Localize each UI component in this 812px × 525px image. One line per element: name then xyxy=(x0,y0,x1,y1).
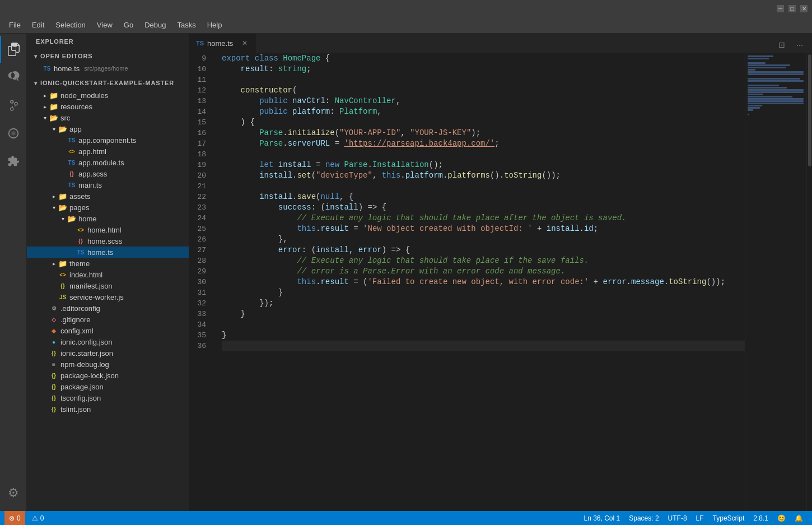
config-xml[interactable]: ◈config.xml xyxy=(27,325,189,336)
app-module-ts-icon: TS xyxy=(67,158,76,167)
tab-close-button[interactable]: ✕ xyxy=(240,39,249,48)
tsconfig-json[interactable]: {}tsconfig.json xyxy=(27,392,189,403)
indentation[interactable]: Spaces: 2 xyxy=(624,511,663,525)
encoding-status[interactable]: UTF-8 xyxy=(664,511,692,525)
code-line-18 xyxy=(222,149,745,160)
manifest-json-icon: {} xyxy=(58,281,67,290)
line-number-13: 13 xyxy=(189,96,213,106)
npm-debug-log[interactable]: ≡npm-debug.log xyxy=(27,359,189,370)
app-module-ts[interactable]: TSapp.module.ts xyxy=(27,157,189,168)
app-html[interactable]: <>app.html xyxy=(27,146,189,157)
editorconfig[interactable]: ⚙.editorconfig xyxy=(27,303,189,314)
feedback-button[interactable]: 😊 xyxy=(773,511,790,525)
code-line-24: // Execute any logic that should take pl… xyxy=(222,213,745,224)
tslint-json[interactable]: {}tslint.json xyxy=(27,403,189,415)
theme[interactable]: ▸📁theme xyxy=(27,258,189,269)
resources[interactable]: ▸📁resources xyxy=(27,101,189,112)
code-line-20: install.set("deviceType", this.platform.… xyxy=(222,170,745,181)
ionic-starter-json[interactable]: {}ionic.starter.json xyxy=(27,347,189,359)
version-status[interactable]: 2.8.1 xyxy=(749,511,773,525)
minimap-line xyxy=(748,105,762,106)
warnings-status[interactable]: ⚠ 0 xyxy=(27,511,49,525)
split-editor-button[interactable]: ⊡ xyxy=(774,37,790,53)
notifications-button[interactable]: 🔔 xyxy=(790,511,808,525)
errors-icon: ⊗ xyxy=(9,514,15,522)
minimize-button[interactable]: ─ xyxy=(777,5,784,12)
home-ts-icon: TS xyxy=(76,248,85,257)
open-editors-section[interactable]: ▾ OPEN EDITORS xyxy=(27,49,189,63)
home-ts[interactable]: TShome.ts xyxy=(27,247,189,258)
line-number-21: 21 xyxy=(189,181,213,192)
open-editor-home-ts[interactable]: TS home.ts src/pages/home xyxy=(27,63,189,74)
menu-item-file[interactable]: File xyxy=(4,18,25,31)
maximize-button[interactable]: □ xyxy=(788,5,796,12)
tab-label: home.ts xyxy=(207,39,233,48)
app-html-label: app.html xyxy=(78,147,106,156)
menu-item-tasks[interactable]: Tasks xyxy=(172,18,200,31)
language-status[interactable]: TypeScript xyxy=(708,511,749,525)
menu-item-view[interactable]: View xyxy=(92,18,117,31)
node-modules[interactable]: ▸📁node_modules xyxy=(27,90,189,101)
close-button[interactable]: ✕ xyxy=(800,5,808,12)
menu-item-go[interactable]: Go xyxy=(119,18,138,31)
app-arrow: ▾ xyxy=(49,124,58,133)
more-actions-button[interactable]: ··· xyxy=(792,37,808,53)
spaces-text: Spaces: 2 xyxy=(629,514,659,522)
gitignore[interactable]: ◇.gitignore xyxy=(27,314,189,325)
ionic-config-json-icon: ● xyxy=(49,337,58,346)
service-worker-js[interactable]: JSservice-worker.js xyxy=(27,291,189,303)
assets-icon: 📁 xyxy=(58,192,67,201)
settings-gear-icon[interactable]: ⚙ xyxy=(0,480,27,507)
code-line-30: this.result = ('Failed to create new obj… xyxy=(222,277,745,287)
package-lock-json[interactable]: {}package-lock.json xyxy=(27,370,189,381)
menu-item-edit[interactable]: Edit xyxy=(27,18,49,31)
config-xml-icon: ◈ xyxy=(49,326,58,335)
tab-actions: ⊡ ··· xyxy=(769,37,812,53)
home-ts-tab[interactable]: TS home.ts ✕ xyxy=(189,34,256,53)
tab-ts-icon: TS xyxy=(196,40,204,47)
gitignore-icon: ◇ xyxy=(49,315,58,324)
home-folder[interactable]: ▾📂home xyxy=(27,213,189,224)
cursor-position[interactable]: Ln 36, Col 1 xyxy=(579,511,624,525)
menu-item-selection[interactable]: Selection xyxy=(51,18,90,31)
home-scss-icon: {} xyxy=(76,236,85,245)
code-content[interactable]: export class HomePage { result: string; … xyxy=(217,53,745,511)
errors-status[interactable]: ⊗ 0 xyxy=(4,511,25,525)
line-number-31: 31 xyxy=(189,287,213,298)
config-xml-label: config.xml xyxy=(60,327,94,335)
code-line-33: } xyxy=(222,309,745,319)
ionic-starter-json-label: ionic.starter.json xyxy=(60,349,113,357)
ionic-config-json[interactable]: ●ionic.config.json xyxy=(27,336,189,347)
line-number-16: 16 xyxy=(189,128,213,138)
app[interactable]: ▾📂app xyxy=(27,123,189,134)
source-control-activity-icon[interactable] xyxy=(0,92,27,119)
package-json[interactable]: {}package.json xyxy=(27,381,189,392)
node-modules-arrow: ▸ xyxy=(40,91,49,100)
line-ending-status[interactable]: LF xyxy=(692,511,708,525)
editor-scrollbar[interactable] xyxy=(806,53,812,511)
search-activity-icon[interactable] xyxy=(0,64,27,91)
minimap-line xyxy=(748,91,804,93)
pages[interactable]: ▾📂pages xyxy=(27,202,189,213)
assets[interactable]: ▸📁assets xyxy=(27,191,189,202)
index-html[interactable]: <>index.html xyxy=(27,269,189,280)
home-html[interactable]: <>home.html xyxy=(27,224,189,235)
project-root-label: IONIC-QUICKSTART-EXAMPLE-MASTER xyxy=(40,80,174,86)
code-line-28: // Execute any logic that should take pl… xyxy=(222,255,745,266)
line-number-24: 24 xyxy=(189,213,213,224)
app-scss[interactable]: {}app.scss xyxy=(27,168,189,179)
code-line-15: ) { xyxy=(222,117,745,128)
minimap-line xyxy=(748,78,800,80)
home-scss[interactable]: {}home.scss xyxy=(27,235,189,247)
project-root-section[interactable]: ▾ IONIC-QUICKSTART-EXAMPLE-MASTER xyxy=(27,76,189,90)
debug-activity-icon[interactable] xyxy=(0,120,27,147)
manifest-json[interactable]: {}manifest.json xyxy=(27,280,189,291)
main-ts[interactable]: TSmain.ts xyxy=(27,179,189,191)
src[interactable]: ▾📂src xyxy=(27,112,189,123)
menu-item-debug[interactable]: Debug xyxy=(140,18,170,31)
menu-item-help[interactable]: Help xyxy=(203,18,227,31)
app-component-ts[interactable]: TSapp.component.ts xyxy=(27,134,189,146)
extensions-activity-icon[interactable] xyxy=(0,148,27,175)
files-icon[interactable] xyxy=(0,36,27,63)
code-line-21 xyxy=(222,181,745,192)
